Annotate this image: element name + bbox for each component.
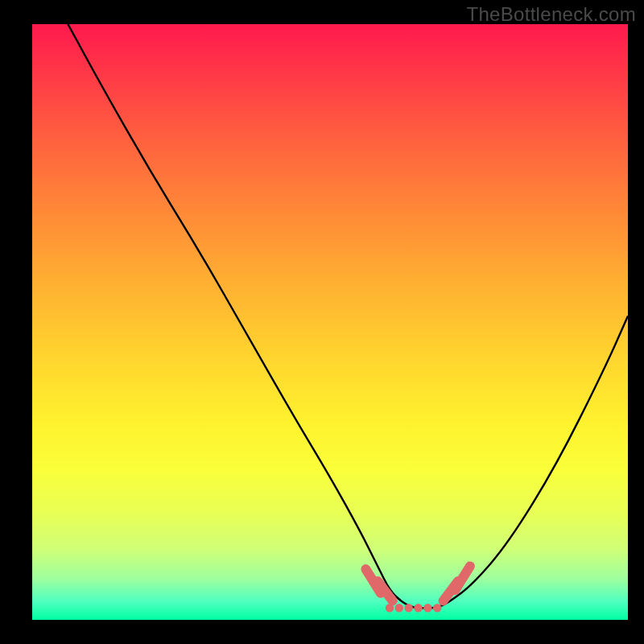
bottleneck-curve: [68, 24, 628, 608]
marker-dot: [423, 604, 431, 612]
marker-dot: [386, 604, 394, 612]
curve-line: [68, 24, 628, 608]
marker-dot: [414, 604, 422, 612]
watermark-text: TheBottleneck.com: [466, 3, 636, 26]
marker-segment: [378, 581, 393, 601]
chart-plot-area: [32, 24, 628, 620]
marker-dot: [433, 604, 441, 612]
marker-dot: [395, 604, 403, 612]
chart-svg: [32, 24, 628, 620]
marker-dot: [404, 604, 412, 612]
chart-frame: TheBottleneck.com: [0, 0, 644, 644]
